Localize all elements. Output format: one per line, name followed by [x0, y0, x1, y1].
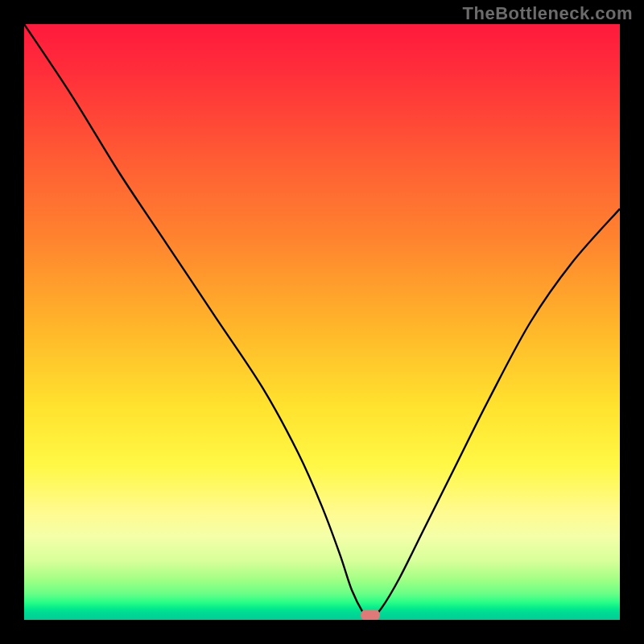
plot-area	[24, 24, 620, 620]
optimal-point-marker	[361, 609, 380, 620]
bottleneck-curve	[24, 24, 620, 620]
chart-container: TheBottleneck.com	[0, 0, 644, 644]
watermark-text: TheBottleneck.com	[463, 3, 633, 24]
curve-path	[24, 24, 620, 620]
